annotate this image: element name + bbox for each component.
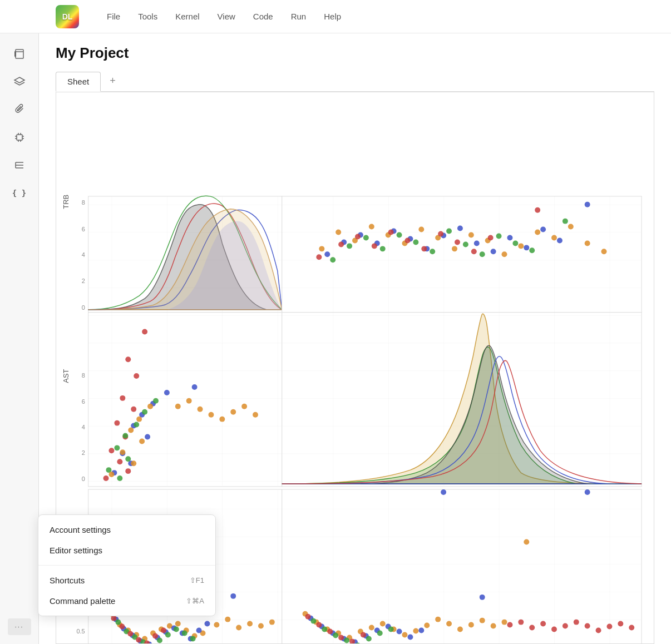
svg-point-178 <box>205 621 210 627</box>
menu-run[interactable]: Run <box>290 9 308 23</box>
svg-text:8: 8 <box>82 372 85 379</box>
svg-point-44 <box>585 240 590 246</box>
svg-point-73 <box>529 247 535 253</box>
svg-point-59 <box>540 227 546 232</box>
svg-point-36 <box>452 246 457 251</box>
svg-point-210 <box>413 628 418 634</box>
svg-point-179 <box>230 593 236 599</box>
svg-point-185 <box>157 637 162 643</box>
svg-point-95 <box>142 329 147 335</box>
menu-view[interactable]: View <box>216 9 236 23</box>
list-icon[interactable] <box>8 153 31 177</box>
svg-point-187 <box>174 627 179 632</box>
svg-point-190 <box>111 616 116 621</box>
svg-point-117 <box>134 422 139 428</box>
svg-point-248 <box>540 621 546 627</box>
chip-icon[interactable] <box>8 126 31 149</box>
code-icon[interactable]: { } <box>8 181 31 205</box>
tab-add-button[interactable]: + <box>102 71 124 91</box>
svg-point-119 <box>114 445 120 450</box>
attachment-icon[interactable] <box>8 98 31 121</box>
svg-point-29 <box>336 230 341 235</box>
svg-point-251 <box>574 620 579 625</box>
svg-point-227 <box>397 629 402 635</box>
svg-point-118 <box>122 433 128 439</box>
svg-point-46 <box>324 251 330 257</box>
svg-point-102 <box>108 448 114 453</box>
svg-point-60 <box>557 237 563 243</box>
menu-kernel[interactable]: Kernel <box>174 9 200 23</box>
svg-text:6: 6 <box>82 398 85 405</box>
svg-point-70 <box>480 251 485 257</box>
menu-file[interactable]: File <box>106 9 121 23</box>
svg-point-55 <box>474 240 480 246</box>
svg-text:0: 0 <box>82 304 85 311</box>
svg-rect-198 <box>282 489 642 644</box>
command-palette-item[interactable]: Command palette ⇧⌘A <box>38 591 215 611</box>
svg-point-106 <box>164 390 170 395</box>
svg-point-189 <box>190 636 196 641</box>
svg-point-229 <box>418 628 424 633</box>
svg-point-56 <box>491 249 496 254</box>
svg-point-228 <box>407 634 413 640</box>
svg-point-213 <box>446 621 452 627</box>
svg-point-134 <box>219 417 225 422</box>
svg-point-75 <box>338 241 344 247</box>
notebook-icon[interactable] <box>8 42 31 66</box>
more-button[interactable]: ··· <box>8 618 31 635</box>
svg-point-136 <box>241 404 247 409</box>
svg-point-66 <box>413 239 418 245</box>
svg-point-236 <box>366 636 372 641</box>
svg-point-116 <box>142 409 147 415</box>
layers-icon[interactable] <box>8 70 31 93</box>
svg-point-31 <box>369 224 374 230</box>
svg-point-104 <box>125 468 131 474</box>
svg-point-238 <box>388 627 394 632</box>
menu-code[interactable]: Code <box>252 9 274 23</box>
svg-rect-4 <box>17 135 22 140</box>
svg-point-207 <box>380 621 386 627</box>
svg-point-212 <box>435 617 441 622</box>
y-label-ast: AST <box>62 369 70 383</box>
svg-point-237 <box>377 631 383 636</box>
svg-point-57 <box>507 235 512 241</box>
svg-point-45 <box>601 249 607 254</box>
svg-rect-94 <box>88 313 282 487</box>
tabs-row: Sheet + <box>56 71 654 92</box>
app-logo[interactable]: DL <box>56 5 79 28</box>
svg-point-129 <box>108 472 114 477</box>
svg-point-128 <box>131 460 136 466</box>
menu-tools[interactable]: Tools <box>137 9 159 23</box>
svg-point-133 <box>208 412 214 418</box>
svg-point-43 <box>568 224 574 230</box>
svg-rect-27 <box>282 196 642 313</box>
editor-settings-item[interactable]: Editor settings <box>38 540 215 561</box>
svg-point-240 <box>316 622 322 628</box>
menu-help[interactable]: Help <box>323 9 342 23</box>
svg-point-122 <box>117 475 122 481</box>
logo-text: DL <box>62 12 73 21</box>
svg-point-245 <box>507 622 512 628</box>
svg-point-165 <box>258 623 264 629</box>
svg-point-132 <box>198 407 203 412</box>
shortcuts-item[interactable]: Shortcuts ⇧F1 <box>38 570 215 591</box>
account-settings-item[interactable]: Account settings <box>38 519 215 540</box>
svg-point-114 <box>192 384 198 390</box>
svg-point-61 <box>330 257 336 262</box>
popup-group-settings: Account settings Editor settings <box>38 515 215 566</box>
svg-point-124 <box>136 417 142 422</box>
svg-point-192 <box>127 631 133 637</box>
svg-point-28 <box>319 246 324 251</box>
svg-point-188 <box>182 631 188 636</box>
svg-point-97 <box>134 373 139 379</box>
svg-point-163 <box>236 625 241 631</box>
svg-point-230 <box>480 595 485 600</box>
svg-point-110 <box>145 434 150 440</box>
svg-text:2: 2 <box>82 278 85 284</box>
svg-point-40 <box>518 243 524 249</box>
svg-point-164 <box>247 621 253 627</box>
svg-point-243 <box>349 638 355 644</box>
tab-sheet[interactable]: Sheet <box>56 72 101 92</box>
svg-point-67 <box>430 249 435 254</box>
svg-point-249 <box>551 627 557 632</box>
